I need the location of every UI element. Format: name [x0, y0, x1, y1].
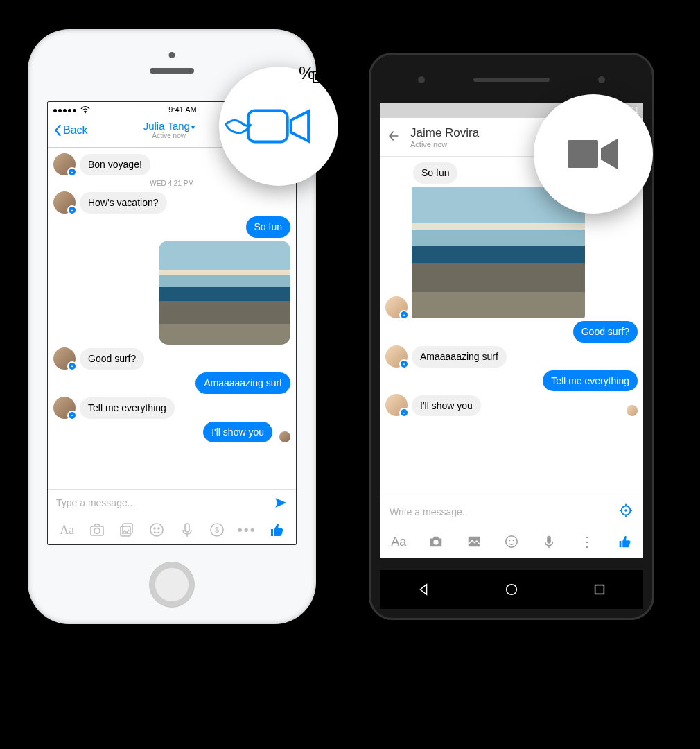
svg-point-25 — [513, 540, 514, 541]
svg-point-0 — [85, 112, 86, 113]
svg-point-21 — [434, 540, 439, 544]
svg-rect-10 — [185, 524, 189, 532]
back-button[interactable] — [387, 129, 401, 146]
send-icon[interactable] — [274, 496, 288, 510]
lips-fragment-icon — [225, 119, 252, 134]
message-bubble[interactable]: I'll show you — [203, 422, 272, 443]
chevron-left-icon — [53, 124, 62, 137]
gallery-button[interactable] — [118, 521, 136, 539]
message-row: I'll show you — [53, 422, 290, 443]
avatar[interactable] — [53, 191, 76, 214]
message-bubble[interactable]: How's vacation? — [80, 192, 167, 214]
seen-indicator-avatar — [279, 431, 290, 442]
message-bubble[interactable]: Bon voyage! — [80, 154, 150, 175]
message-bubble[interactable]: Good surf? — [573, 321, 638, 343]
message-bubble[interactable]: So fun — [246, 216, 290, 238]
video-call-icon-large — [565, 135, 622, 173]
video-call-icon-large — [245, 105, 313, 147]
message-bubble[interactable]: Tell me everything — [80, 397, 175, 419]
nav-recent-icon[interactable] — [592, 582, 607, 597]
svg-point-27 — [507, 585, 517, 595]
avatar[interactable] — [53, 153, 76, 175]
like-button[interactable] — [615, 534, 634, 549]
chevron-down-icon: ▾ — [191, 123, 195, 131]
camera-button[interactable] — [88, 521, 106, 539]
emoji-button[interactable] — [502, 534, 521, 549]
battery-fragment-icon — [313, 71, 336, 83]
wifi-icon — [80, 106, 90, 114]
messenger-badge-icon — [399, 359, 409, 369]
svg-rect-26 — [548, 536, 552, 544]
signal-dots-icon — [53, 105, 78, 114]
svg-point-4 — [94, 528, 100, 534]
svg-rect-29 — [568, 140, 598, 168]
location-button[interactable] — [618, 503, 633, 520]
iphone-home-button[interactable] — [149, 562, 195, 608]
messenger-badge-icon — [67, 167, 77, 177]
photo-attachment[interactable] — [159, 241, 290, 345]
more-button[interactable]: ⋮ — [577, 538, 597, 545]
more-button[interactable]: ••• — [238, 521, 256, 539]
like-button[interactable] — [268, 521, 286, 539]
svg-point-7 — [150, 524, 163, 536]
back-label: Back — [63, 124, 88, 137]
message-row: How's vacation? — [53, 191, 290, 214]
avatar[interactable] — [385, 345, 408, 368]
android-speaker — [473, 78, 550, 82]
message-row: So fun — [53, 216, 290, 238]
back-button[interactable]: Back — [53, 124, 88, 137]
avatar[interactable] — [385, 296, 408, 318]
voice-button[interactable] — [178, 521, 196, 539]
svg-point-23 — [506, 536, 518, 548]
android-toolbar: Aa ⋮ — [380, 526, 643, 558]
seen-indicator-avatar — [627, 405, 638, 416]
message-row: Good surf? — [53, 347, 290, 370]
message-bubble[interactable]: I'll show you — [412, 395, 481, 417]
chat-scroll-area[interactable]: Bon voyage! WED 4:21 PM How's vacation? … — [48, 148, 296, 489]
message-row — [53, 241, 290, 345]
text-format-button[interactable]: Aa — [58, 521, 76, 539]
svg-text:$: $ — [215, 526, 219, 534]
svg-marker-14 — [291, 111, 308, 141]
ios-toolbar: Aa $ ••• — [48, 515, 296, 544]
message-bubble[interactable]: So fun — [413, 162, 457, 184]
android-nav-bar — [380, 570, 643, 609]
emoji-button[interactable] — [148, 521, 166, 539]
svg-point-24 — [509, 540, 510, 541]
message-row: Amaaaaazing surf — [53, 372, 290, 394]
messenger-badge-icon — [67, 205, 77, 215]
camera-button[interactable] — [426, 534, 446, 549]
message-bubble[interactable]: Good surf? — [80, 348, 144, 370]
iphone-speaker — [150, 68, 194, 74]
message-input-row[interactable]: Write a message... — [380, 497, 643, 526]
avatar[interactable] — [53, 347, 76, 370]
message-input-row[interactable]: Type a message... — [48, 489, 296, 515]
message-bubble[interactable]: Amaaaaazing surf — [412, 346, 507, 368]
messenger-badge-icon — [67, 411, 77, 420]
payments-button[interactable]: $ — [208, 521, 226, 539]
contact-name: Jaime Rovira — [410, 126, 479, 140]
message-row: Amaaaaazing surf — [385, 345, 638, 368]
svg-point-20 — [624, 509, 627, 512]
contact-status: Active now — [410, 140, 479, 148]
gallery-button[interactable] — [464, 534, 484, 549]
chat-title-group[interactable]: Jaime Rovira Active now — [410, 126, 479, 148]
avatar[interactable] — [53, 397, 76, 419]
text-format-button[interactable]: Aa — [389, 535, 408, 549]
photo-attachment[interactable] — [412, 187, 585, 318]
message-bubble[interactable]: Tell me everything — [543, 370, 638, 392]
zoom-callout-android-video-icon — [534, 94, 653, 214]
nav-back-icon[interactable] — [416, 582, 431, 597]
message-input-placeholder: Write a message... — [390, 506, 618, 517]
nav-home-icon[interactable] — [504, 582, 519, 597]
messenger-badge-icon — [399, 408, 409, 417]
avatar[interactable] — [385, 394, 408, 416]
message-bubble[interactable]: Amaaaaazing surf — [195, 372, 290, 394]
zoom-callout-ios-video-icon: % — [219, 67, 338, 186]
messenger-badge-icon — [399, 310, 409, 320]
svg-marker-30 — [601, 139, 618, 169]
message-row: Tell me everything — [53, 397, 290, 419]
voice-button[interactable] — [539, 534, 559, 549]
contact-name: Julia Tang — [143, 120, 190, 132]
messenger-badge-icon — [67, 361, 77, 371]
